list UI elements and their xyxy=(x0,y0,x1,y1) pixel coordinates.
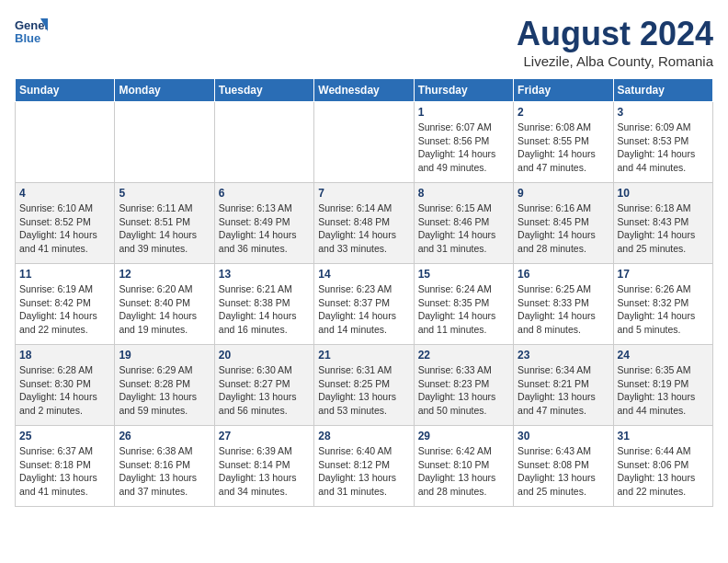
weekday-header-friday: Friday xyxy=(514,79,613,102)
day-info: Sunrise: 6:30 AM Sunset: 8:27 PM Dayligh… xyxy=(219,363,310,418)
day-number: 11 xyxy=(19,268,110,281)
day-number: 22 xyxy=(418,349,509,362)
day-info: Sunrise: 6:40 AM Sunset: 8:12 PM Dayligh… xyxy=(318,444,409,499)
calendar-cell-empty-0-1 xyxy=(115,102,214,183)
calendar-cell-30: 30Sunrise: 6:43 AM Sunset: 8:08 PM Dayli… xyxy=(514,426,613,507)
day-info: Sunrise: 6:37 AM Sunset: 8:18 PM Dayligh… xyxy=(19,444,110,499)
calendar-cell-23: 23Sunrise: 6:34 AM Sunset: 8:21 PM Dayli… xyxy=(514,345,613,426)
day-info: Sunrise: 6:24 AM Sunset: 8:35 PM Dayligh… xyxy=(418,282,509,337)
calendar-week-4: 25Sunrise: 6:37 AM Sunset: 8:18 PM Dayli… xyxy=(16,426,713,507)
calendar-cell-1: 1Sunrise: 6:07 AM Sunset: 8:56 PM Daylig… xyxy=(414,102,513,183)
day-number: 21 xyxy=(318,349,409,362)
day-info: Sunrise: 6:25 AM Sunset: 8:33 PM Dayligh… xyxy=(518,282,609,337)
day-number: 27 xyxy=(219,430,310,442)
day-number: 26 xyxy=(119,430,210,442)
day-info: Sunrise: 6:39 AM Sunset: 8:14 PM Dayligh… xyxy=(219,444,310,499)
day-number: 30 xyxy=(518,430,609,442)
calendar-cell-24: 24Sunrise: 6:35 AM Sunset: 8:19 PM Dayli… xyxy=(613,345,712,426)
day-info: Sunrise: 6:42 AM Sunset: 8:10 PM Dayligh… xyxy=(418,444,509,499)
calendar-cell-3: 3Sunrise: 6:09 AM Sunset: 8:53 PM Daylig… xyxy=(613,102,712,183)
title-area: August 2024 Livezile, Alba County, Roman… xyxy=(517,15,713,69)
calendar-week-0: 1Sunrise: 6:07 AM Sunset: 8:56 PM Daylig… xyxy=(16,102,713,183)
calendar-cell-21: 21Sunrise: 6:31 AM Sunset: 8:25 PM Dayli… xyxy=(314,345,414,426)
day-number: 3 xyxy=(618,106,709,119)
day-info: Sunrise: 6:08 AM Sunset: 8:55 PM Dayligh… xyxy=(518,121,609,175)
day-number: 24 xyxy=(618,349,709,362)
calendar-cell-29: 29Sunrise: 6:42 AM Sunset: 8:10 PM Dayli… xyxy=(414,426,513,507)
day-number: 1 xyxy=(418,106,509,119)
calendar-cell-26: 26Sunrise: 6:38 AM Sunset: 8:16 PM Dayli… xyxy=(115,426,214,507)
day-info: Sunrise: 6:16 AM Sunset: 8:45 PM Dayligh… xyxy=(518,201,609,256)
day-info: Sunrise: 6:38 AM Sunset: 8:16 PM Dayligh… xyxy=(119,444,210,499)
day-info: Sunrise: 6:33 AM Sunset: 8:23 PM Dayligh… xyxy=(418,363,509,418)
calendar-title: August 2024 xyxy=(517,15,713,53)
calendar-cell-13: 13Sunrise: 6:21 AM Sunset: 8:38 PM Dayli… xyxy=(214,264,313,345)
day-number: 6 xyxy=(219,187,310,200)
day-info: Sunrise: 6:35 AM Sunset: 8:19 PM Dayligh… xyxy=(618,363,709,418)
calendar-cell-17: 17Sunrise: 6:26 AM Sunset: 8:32 PM Dayli… xyxy=(613,264,712,345)
calendar-body: 1Sunrise: 6:07 AM Sunset: 8:56 PM Daylig… xyxy=(16,102,713,507)
day-info: Sunrise: 6:11 AM Sunset: 8:51 PM Dayligh… xyxy=(119,201,210,256)
calendar-week-3: 18Sunrise: 6:28 AM Sunset: 8:30 PM Dayli… xyxy=(16,345,713,426)
calendar-cell-15: 15Sunrise: 6:24 AM Sunset: 8:35 PM Dayli… xyxy=(414,264,513,345)
calendar-header: SundayMondayTuesdayWednesdayThursdayFrid… xyxy=(16,79,713,102)
day-info: Sunrise: 6:13 AM Sunset: 8:49 PM Dayligh… xyxy=(219,201,310,256)
day-info: Sunrise: 6:19 AM Sunset: 8:42 PM Dayligh… xyxy=(19,282,110,337)
day-number: 29 xyxy=(418,430,509,442)
logo: General Blue xyxy=(15,15,48,48)
calendar-cell-empty-0-0 xyxy=(16,102,115,183)
day-number: 17 xyxy=(618,268,709,281)
day-info: Sunrise: 6:14 AM Sunset: 8:48 PM Dayligh… xyxy=(318,201,409,256)
day-info: Sunrise: 6:31 AM Sunset: 8:25 PM Dayligh… xyxy=(318,363,409,418)
weekday-header-monday: Monday xyxy=(115,79,214,102)
day-number: 18 xyxy=(19,349,110,362)
day-number: 4 xyxy=(19,187,110,200)
day-info: Sunrise: 6:44 AM Sunset: 8:06 PM Dayligh… xyxy=(618,444,709,499)
day-number: 19 xyxy=(119,349,210,362)
day-number: 28 xyxy=(318,430,409,442)
calendar-cell-empty-0-2 xyxy=(214,102,313,183)
day-number: 13 xyxy=(219,268,310,281)
calendar-week-1: 4Sunrise: 6:10 AM Sunset: 8:52 PM Daylig… xyxy=(16,183,713,264)
calendar-cell-14: 14Sunrise: 6:23 AM Sunset: 8:37 PM Dayli… xyxy=(314,264,414,345)
day-number: 7 xyxy=(318,187,409,200)
svg-text:Blue: Blue xyxy=(15,31,40,45)
day-info: Sunrise: 6:34 AM Sunset: 8:21 PM Dayligh… xyxy=(518,363,609,418)
day-info: Sunrise: 6:15 AM Sunset: 8:46 PM Dayligh… xyxy=(418,201,509,256)
weekday-header-wednesday: Wednesday xyxy=(314,79,414,102)
calendar-cell-7: 7Sunrise: 6:14 AM Sunset: 8:48 PM Daylig… xyxy=(314,183,414,264)
day-info: Sunrise: 6:21 AM Sunset: 8:38 PM Dayligh… xyxy=(219,282,310,337)
calendar-cell-22: 22Sunrise: 6:33 AM Sunset: 8:23 PM Dayli… xyxy=(414,345,513,426)
calendar-week-2: 11Sunrise: 6:19 AM Sunset: 8:42 PM Dayli… xyxy=(16,264,713,345)
calendar-cell-10: 10Sunrise: 6:18 AM Sunset: 8:43 PM Dayli… xyxy=(613,183,712,264)
day-info: Sunrise: 6:18 AM Sunset: 8:43 PM Dayligh… xyxy=(618,201,709,256)
weekday-header-saturday: Saturday xyxy=(613,79,712,102)
calendar-cell-empty-0-3 xyxy=(314,102,414,183)
day-number: 12 xyxy=(119,268,210,281)
day-info: Sunrise: 6:09 AM Sunset: 8:53 PM Dayligh… xyxy=(618,121,709,175)
weekday-header-sunday: Sunday xyxy=(16,79,115,102)
calendar-cell-6: 6Sunrise: 6:13 AM Sunset: 8:49 PM Daylig… xyxy=(214,183,313,264)
calendar-cell-18: 18Sunrise: 6:28 AM Sunset: 8:30 PM Dayli… xyxy=(16,345,115,426)
day-number: 15 xyxy=(418,268,509,281)
header: General Blue August 2024 Livezile, Alba … xyxy=(15,15,713,69)
calendar-cell-19: 19Sunrise: 6:29 AM Sunset: 8:28 PM Dayli… xyxy=(115,345,214,426)
day-info: Sunrise: 6:43 AM Sunset: 8:08 PM Dayligh… xyxy=(518,444,609,499)
calendar-cell-11: 11Sunrise: 6:19 AM Sunset: 8:42 PM Dayli… xyxy=(16,264,115,345)
weekday-header-row: SundayMondayTuesdayWednesdayThursdayFrid… xyxy=(16,79,713,102)
day-number: 16 xyxy=(518,268,609,281)
day-number: 14 xyxy=(318,268,409,281)
calendar-cell-4: 4Sunrise: 6:10 AM Sunset: 8:52 PM Daylig… xyxy=(16,183,115,264)
day-info: Sunrise: 6:29 AM Sunset: 8:28 PM Dayligh… xyxy=(119,363,210,418)
calendar-cell-12: 12Sunrise: 6:20 AM Sunset: 8:40 PM Dayli… xyxy=(115,264,214,345)
day-number: 5 xyxy=(119,187,210,200)
day-number: 10 xyxy=(618,187,709,200)
calendar-cell-5: 5Sunrise: 6:11 AM Sunset: 8:51 PM Daylig… xyxy=(115,183,214,264)
day-number: 2 xyxy=(518,106,609,119)
calendar-cell-25: 25Sunrise: 6:37 AM Sunset: 8:18 PM Dayli… xyxy=(16,426,115,507)
day-number: 31 xyxy=(618,430,709,442)
day-info: Sunrise: 6:26 AM Sunset: 8:32 PM Dayligh… xyxy=(618,282,709,337)
calendar-cell-31: 31Sunrise: 6:44 AM Sunset: 8:06 PM Dayli… xyxy=(613,426,712,507)
day-number: 23 xyxy=(518,349,609,362)
calendar-subtitle: Livezile, Alba County, Romania xyxy=(517,53,713,69)
